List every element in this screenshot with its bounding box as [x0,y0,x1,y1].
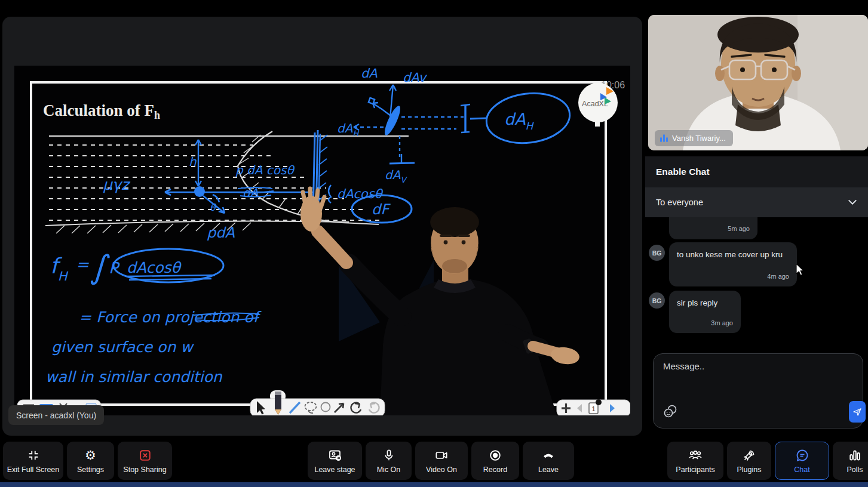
phone-icon [541,449,556,462]
avatar-initials: BG [652,297,662,304]
mic-button[interactable]: Mic On [366,442,412,480]
button-label: Polls [846,466,863,474]
chat-message: sir pls reply 3m ago [669,291,741,333]
button-label: Video On [426,466,457,474]
message-time: 3m ago [711,319,733,326]
chat-message: to unko kese me cover up kru 4m ago [669,242,797,286]
polls-icon [848,448,862,463]
button-label: Settings [77,466,104,474]
plugins-button[interactable]: Plugins [727,442,771,480]
button-label: Record [483,466,507,474]
polls-button[interactable]: Polls [833,442,868,480]
bottom-accent-strip [0,482,868,487]
handwriting-line3: given surface on w [51,338,194,356]
button-label: Mic On [377,466,401,474]
participant-video-tile[interactable]: Vansh Tiwariy... [648,15,868,150]
message-input-box[interactable] [653,353,863,429]
button-label: Plugins [737,466,762,474]
chat-message-partial: 5m ago [669,217,757,239]
exit-fullscreen-button[interactable]: Exit Full Screen [3,442,63,480]
message-time: 5m ago [728,225,750,232]
record-button[interactable]: Record [471,442,519,480]
avatar: BG [649,292,665,309]
microphone-icon [382,448,395,463]
button-label: Participants [676,466,714,474]
chat-button[interactable]: Chat [775,442,829,480]
label-dA: dA [361,66,378,81]
recipient-selector[interactable]: To everyone [645,187,868,217]
video-button[interactable]: Video On [415,442,468,480]
whiteboard-canvas: Calculation of Fh [14,66,630,415]
label-dAv: dAv [403,70,427,85]
leave-stage-icon [328,448,342,463]
message-text: sir pls reply [677,298,737,307]
participant-name-badge: Vansh Tiwariy... [655,130,733,146]
exit-fullscreen-icon [27,449,40,462]
whiteboard-page-toolbar[interactable]: 1 [557,399,630,415]
svg-text:1: 1 [591,405,595,412]
button-label: Chat [794,466,809,474]
emoji-icon[interactable] [662,404,678,418]
message-text: to unko kese me cover up kru [677,250,790,259]
svg-text:AcadXL: AcadXL [582,100,608,108]
button-label: Stop Sharing [123,466,166,474]
send-icon [852,406,863,417]
leave-button[interactable]: Leave [523,442,574,480]
record-icon [489,449,502,462]
message-input[interactable] [662,360,844,397]
main-stage: Calculation of Fh [2,17,642,436]
slide-title: Calculation of Fh [43,101,160,121]
audio-level-icon [660,134,668,142]
participant-name: Vansh Tiwariy... [672,134,726,143]
send-button[interactable] [849,401,866,423]
screen-share-label-text: Screen - acadxl (You) [16,411,96,420]
participants-button[interactable]: Participants [667,442,723,480]
avatar: BG [649,245,665,261]
message-time: 4m ago [767,273,789,280]
chat-bubble-icon [795,448,809,463]
sidebar: Vansh Tiwariy... Enable Chat To everyone… [645,0,868,487]
point-dot [194,186,205,197]
recipient-label: To everyone [656,198,703,207]
label-dF: dF [372,201,391,218]
enable-chat-row: Enable Chat [645,156,868,187]
app-root: Calculation of Fh [0,0,868,487]
screen-share-label: Screen - acadxl (You) [8,405,104,425]
svg-text:dAcosθ: dAcosθ [127,259,182,276]
stop-sharing-button[interactable]: Stop Sharing [118,442,172,480]
gear-icon: ⚙ [85,448,96,463]
rocket-icon [742,448,756,463]
label-h: h [189,155,197,169]
label-p-dA-cos: p dA cosθ [235,163,295,177]
enable-chat-label: Enable Chat [656,167,710,177]
chevron-down-icon [847,198,858,207]
label-mu: μγz [103,176,131,193]
button-label: Exit Full Screen [7,466,60,474]
stop-sharing-icon [139,449,152,462]
button-label: Leave stage [314,466,355,474]
leave-stage-button[interactable]: Leave stage [308,442,362,480]
avatar-initials: BG [652,249,662,257]
handwriting-line4: wall in similar condition [45,368,223,386]
handwriting-line2: = Force on projection of [79,309,262,326]
settings-button[interactable]: ⚙ Settings [67,442,114,480]
screen-share-video: Calculation of Fh [14,66,630,415]
participants-icon [688,448,703,463]
label-pdA: pdA [207,224,235,241]
svg-text:=: = [76,255,89,273]
camera-icon [434,449,449,462]
button-label: Leave [538,466,559,474]
